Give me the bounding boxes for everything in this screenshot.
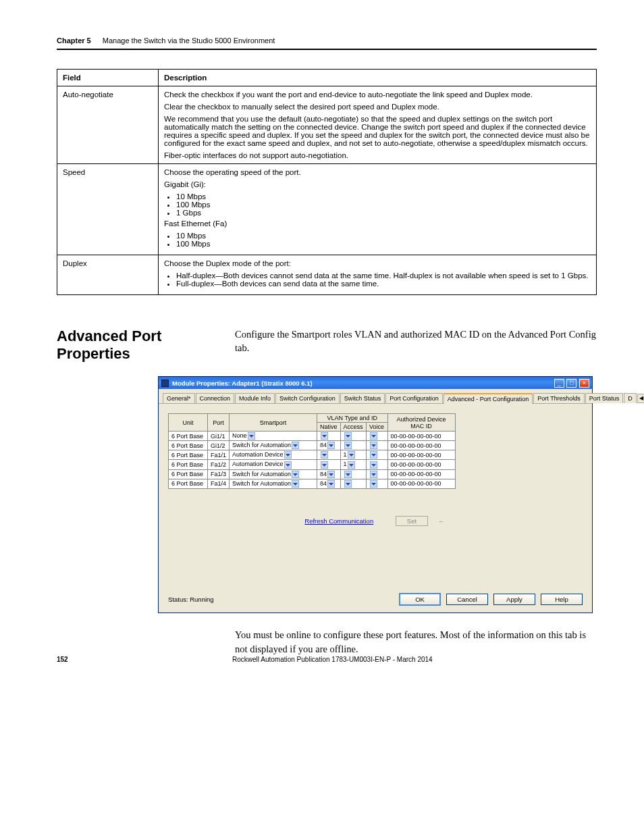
dropdown-arrow-icon[interactable] <box>327 442 335 449</box>
dropdown-arrow-icon[interactable] <box>370 432 377 440</box>
table-row: Auto-negotiate Check the checkbox if you… <box>57 86 597 164</box>
dialog-titlebar[interactable]: Module Properties: Adapter1 (Stratix 800… <box>159 377 592 389</box>
tab-port-thresholds[interactable]: Port Thresholds <box>533 393 584 403</box>
page-number: 152 <box>57 656 68 663</box>
cell-smartport[interactable]: Automation Device <box>230 450 317 460</box>
cell-voice[interactable] <box>366 441 387 450</box>
tab-connection[interactable]: Connection <box>196 393 235 403</box>
dropdown-arrow-icon[interactable] <box>321 451 328 459</box>
cell-unit: 6 Port Base <box>169 469 208 479</box>
section-title: Advanced Port Properties <box>57 328 235 363</box>
chapter-title: Manage the Switch via the Studio 5000 En… <box>103 36 275 45</box>
dropdown-arrow-icon[interactable] <box>370 461 377 469</box>
section-note: You must be online to configure these po… <box>235 628 597 656</box>
tab-switch-configuration[interactable]: Switch Configuration <box>275 393 340 403</box>
dropdown-arrow-icon[interactable] <box>348 451 355 459</box>
dropdown-arrow-icon[interactable] <box>292 471 299 478</box>
dropdown-arrow-icon[interactable] <box>248 432 255 440</box>
dropdown-arrow-icon[interactable] <box>327 480 335 488</box>
cell-smartport[interactable]: None <box>230 432 317 441</box>
page-header: Chapter 5 Manage the Switch via the Stud… <box>57 36 597 45</box>
cell-smartport[interactable]: Switch for Automation <box>230 441 317 450</box>
refresh-communication-link[interactable]: Refresh Communication <box>304 517 373 525</box>
tab-general[interactable]: General* <box>163 393 195 403</box>
dropdown-arrow-icon[interactable] <box>348 461 355 469</box>
maximize-button[interactable]: □ <box>566 379 576 388</box>
cell-port: Fa1/1 <box>208 450 230 460</box>
cell-field: Duplex <box>57 255 159 295</box>
cell-smartport[interactable]: Automation Device <box>230 460 317 469</box>
cell-mac[interactable]: 00-00-00-00-00-00 <box>387 432 455 441</box>
dropdown-arrow-icon[interactable] <box>344 442 352 449</box>
tab-advanced-port-configuration[interactable]: Advanced - Port Configuration <box>444 393 533 404</box>
dropdown-arrow-icon[interactable] <box>370 451 377 459</box>
cell-smartport[interactable]: Switch for Automation <box>230 479 317 488</box>
cell-voice[interactable] <box>366 460 387 469</box>
cell-voice[interactable] <box>366 450 387 460</box>
cell-desc: Choose the Duplex mode of the port: Half… <box>159 255 597 295</box>
cancel-button[interactable]: Cancel <box>446 594 488 605</box>
cell-voice[interactable] <box>366 432 387 441</box>
dropdown-arrow-icon[interactable] <box>284 461 292 469</box>
dropdown-arrow-icon[interactable] <box>321 461 328 469</box>
cell-native[interactable]: 84 <box>317 479 341 488</box>
cell-native[interactable]: 84 <box>317 441 341 450</box>
cell-field: Auto-negotiate <box>57 86 159 164</box>
cell-native[interactable] <box>317 432 341 441</box>
th-port: Port <box>208 414 230 432</box>
status-text: Status: Running <box>168 596 394 603</box>
tab-d[interactable]: D <box>624 393 637 403</box>
cell-field: Speed <box>57 164 159 255</box>
cell-mac[interactable]: 00-00-00-00-00-00 <box>387 469 455 479</box>
close-button[interactable]: × <box>579 379 589 388</box>
th-field: Field <box>57 70 159 86</box>
tab-strip: General* Connection Module Info Switch C… <box>159 389 592 404</box>
cell-mac[interactable]: 00-00-00-00-00-00 <box>387 450 455 460</box>
cell-port: Gi1/2 <box>208 441 230 450</box>
cell-access[interactable] <box>340 441 366 450</box>
cell-access[interactable] <box>340 432 366 441</box>
help-button[interactable]: Help <box>541 594 583 605</box>
cell-native[interactable] <box>317 460 341 469</box>
set-button[interactable]: Set <box>396 516 428 526</box>
cell-unit: 6 Port Base <box>169 479 208 488</box>
ok-button[interactable]: OK <box>399 593 441 606</box>
th-access: Access <box>340 423 366 432</box>
grid-row: 6 Port BaseFa1/3Switch for Automation840… <box>169 469 456 479</box>
cell-smartport[interactable]: Switch for Automation <box>230 469 317 479</box>
apply-button[interactable]: Apply <box>493 594 535 605</box>
dropdown-arrow-icon[interactable] <box>321 432 328 440</box>
tab-body: Unit Port Smartport VLAN Type and ID Aut… <box>159 404 592 588</box>
dropdown-arrow-icon[interactable] <box>292 442 299 449</box>
dropdown-arrow-icon[interactable] <box>370 442 377 449</box>
tab-port-configuration[interactable]: Port Configuration <box>385 393 443 403</box>
minimize-button[interactable]: _ <box>554 379 564 388</box>
tab-module-info[interactable]: Module Info <box>235 393 275 403</box>
dropdown-arrow-icon[interactable] <box>327 471 335 478</box>
cell-voice[interactable] <box>366 479 387 488</box>
cell-mac[interactable]: 00-00-00-00-00-00 <box>387 441 455 450</box>
tab-port-status[interactable]: Port Status <box>585 393 624 403</box>
cell-access[interactable]: 1 <box>340 460 366 469</box>
cell-mac[interactable]: 00-00-00-00-00-00 <box>387 460 455 469</box>
dropdown-arrow-icon[interactable] <box>344 432 352 440</box>
dropdown-arrow-icon[interactable] <box>370 471 377 478</box>
cell-native[interactable]: 84 <box>317 469 341 479</box>
cell-access[interactable] <box>340 479 366 488</box>
dropdown-arrow-icon[interactable] <box>292 480 299 488</box>
cell-port: Fa1/2 <box>208 460 230 469</box>
dropdown-arrow-icon[interactable] <box>284 451 292 459</box>
cell-port: Fa1/3 <box>208 469 230 479</box>
dropdown-arrow-icon[interactable] <box>344 480 352 488</box>
dropdown-arrow-icon[interactable] <box>370 480 377 488</box>
dropdown-arrow-icon[interactable] <box>344 471 352 478</box>
cell-native[interactable] <box>317 450 341 460</box>
th-mac: Authorized Device MAC ID <box>387 414 455 432</box>
tab-switch-status[interactable]: Switch Status <box>340 393 385 403</box>
cell-mac[interactable]: 00-00-00-00-00-00 <box>387 479 455 488</box>
th-desc: Description <box>159 70 597 86</box>
cell-voice[interactable] <box>366 469 387 479</box>
cell-access[interactable]: 1 <box>340 450 366 460</box>
cell-access[interactable] <box>340 469 366 479</box>
tab-scroll-left-icon[interactable]: ◀ <box>637 394 644 403</box>
